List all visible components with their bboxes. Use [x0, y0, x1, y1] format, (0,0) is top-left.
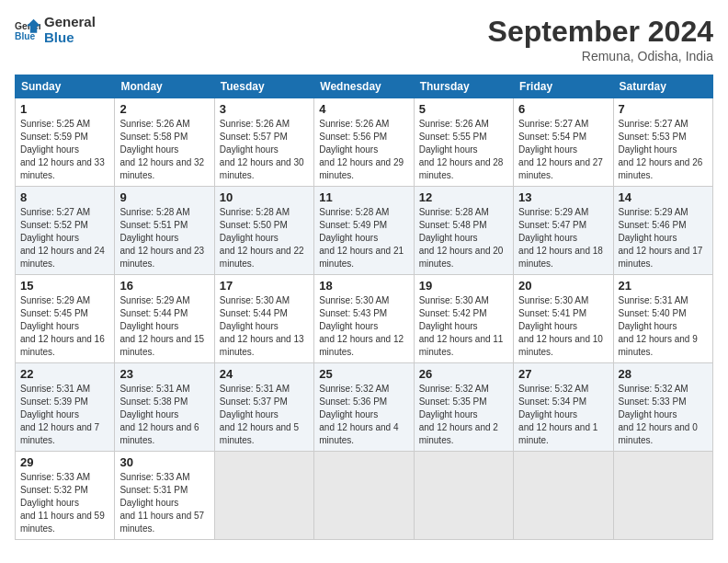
day-18: 18 Sunrise: 5:30 AM Sunset: 5:43 PM Dayl…: [314, 275, 414, 363]
empty-day: [214, 452, 313, 540]
day-10: 10 Sunrise: 5:28 AM Sunset: 5:50 PM Dayl…: [214, 187, 313, 275]
day-info: Sunrise: 5:32 AM Sunset: 5:35 PM Dayligh…: [419, 383, 508, 447]
empty-day: [514, 452, 613, 540]
day-info: Sunrise: 5:28 AM Sunset: 5:51 PM Dayligh…: [119, 206, 209, 270]
logo-text: General Blue: [44, 15, 96, 45]
day-9: 9 Sunrise: 5:28 AM Sunset: 5:51 PM Dayli…: [115, 187, 214, 275]
day-number: 1: [20, 102, 109, 116]
day-30: 30 Sunrise: 5:33 AM Sunset: 5:31 PM Dayl…: [115, 452, 214, 540]
day-23: 23 Sunrise: 5:31 AM Sunset: 5:38 PM Dayl…: [115, 363, 214, 452]
page-header: General Blue General Blue September 2024…: [15, 15, 713, 63]
day-17: 17 Sunrise: 5:30 AM Sunset: 5:44 PM Dayl…: [214, 275, 313, 363]
day-number: 28: [619, 367, 708, 381]
day-22: 22 Sunrise: 5:31 AM Sunset: 5:39 PM Dayl…: [16, 363, 115, 452]
empty-day: [314, 452, 414, 540]
day-25: 25 Sunrise: 5:32 AM Sunset: 5:36 PM Dayl…: [314, 363, 414, 452]
day-24: 24 Sunrise: 5:31 AM Sunset: 5:37 PM Dayl…: [214, 363, 313, 452]
day-info: Sunrise: 5:30 AM Sunset: 5:44 PM Dayligh…: [220, 294, 309, 359]
day-number: 7: [619, 102, 708, 116]
day-29: 29 Sunrise: 5:33 AM Sunset: 5:32 PM Dayl…: [16, 452, 115, 540]
calendar-header-row: Sunday Monday Tuesday Wednesday Thursday…: [16, 75, 713, 98]
day-number: 6: [518, 102, 608, 116]
day-info: Sunrise: 5:27 AM Sunset: 5:54 PM Dayligh…: [518, 118, 608, 182]
day-6: 6 Sunrise: 5:27 AM Sunset: 5:54 PM Dayli…: [514, 98, 613, 187]
day-8: 8 Sunrise: 5:27 AM Sunset: 5:52 PM Dayli…: [16, 187, 115, 275]
day-19: 19 Sunrise: 5:30 AM Sunset: 5:42 PM Dayl…: [414, 275, 513, 363]
day-number: 18: [319, 279, 408, 293]
day-number: 23: [119, 367, 209, 381]
day-info: Sunrise: 5:28 AM Sunset: 5:48 PM Dayligh…: [419, 206, 508, 270]
day-number: 5: [419, 102, 508, 116]
day-number: 15: [20, 279, 109, 293]
day-13: 13 Sunrise: 5:29 AM Sunset: 5:47 PM Dayl…: [514, 187, 613, 275]
day-info: Sunrise: 5:25 AM Sunset: 5:59 PM Dayligh…: [20, 118, 109, 182]
day-2: 2 Sunrise: 5:26 AM Sunset: 5:58 PM Dayli…: [115, 98, 214, 187]
day-number: 12: [419, 190, 508, 204]
day-4: 4 Sunrise: 5:26 AM Sunset: 5:56 PM Dayli…: [314, 98, 414, 187]
day-info: Sunrise: 5:26 AM Sunset: 5:57 PM Dayligh…: [220, 118, 309, 182]
day-info: Sunrise: 5:30 AM Sunset: 5:41 PM Dayligh…: [518, 294, 608, 359]
logo: General Blue General Blue: [15, 15, 96, 45]
day-info: Sunrise: 5:32 AM Sunset: 5:33 PM Dayligh…: [619, 383, 708, 447]
location: Remuna, Odisha, India: [488, 49, 713, 63]
day-info: Sunrise: 5:29 AM Sunset: 5:46 PM Dayligh…: [619, 206, 708, 270]
day-7: 7 Sunrise: 5:27 AM Sunset: 5:53 PM Dayli…: [613, 98, 712, 187]
day-number: 29: [20, 455, 109, 469]
col-thursday: Thursday: [414, 75, 513, 98]
day-number: 22: [20, 367, 109, 381]
day-info: Sunrise: 5:31 AM Sunset: 5:38 PM Dayligh…: [119, 383, 209, 447]
day-info: Sunrise: 5:29 AM Sunset: 5:44 PM Dayligh…: [119, 294, 209, 359]
day-number: 2: [119, 102, 209, 116]
day-3: 3 Sunrise: 5:26 AM Sunset: 5:57 PM Dayli…: [214, 98, 313, 187]
day-number: 21: [619, 279, 708, 293]
day-12: 12 Sunrise: 5:28 AM Sunset: 5:48 PM Dayl…: [414, 187, 513, 275]
logo-icon: General Blue: [15, 17, 40, 43]
day-info: Sunrise: 5:33 AM Sunset: 5:32 PM Dayligh…: [20, 471, 109, 535]
day-number: 4: [319, 102, 408, 116]
day-27: 27 Sunrise: 5:32 AM Sunset: 5:34 PM Dayl…: [514, 363, 613, 452]
day-15: 15 Sunrise: 5:29 AM Sunset: 5:45 PM Dayl…: [16, 275, 115, 363]
week-row-5: 29 Sunrise: 5:33 AM Sunset: 5:32 PM Dayl…: [16, 452, 713, 540]
col-wednesday: Wednesday: [314, 75, 414, 98]
day-21: 21 Sunrise: 5:31 AM Sunset: 5:40 PM Dayl…: [613, 275, 712, 363]
day-number: 25: [319, 367, 408, 381]
week-row-4: 22 Sunrise: 5:31 AM Sunset: 5:39 PM Dayl…: [16, 363, 713, 452]
day-info: Sunrise: 5:28 AM Sunset: 5:50 PM Dayligh…: [220, 206, 309, 270]
day-info: Sunrise: 5:28 AM Sunset: 5:49 PM Dayligh…: [319, 206, 408, 270]
day-number: 8: [20, 190, 109, 204]
day-number: 19: [419, 279, 508, 293]
col-monday: Monday: [115, 75, 214, 98]
day-5: 5 Sunrise: 5:26 AM Sunset: 5:55 PM Dayli…: [414, 98, 513, 187]
day-info: Sunrise: 5:26 AM Sunset: 5:56 PM Dayligh…: [319, 118, 408, 182]
day-number: 24: [220, 367, 309, 381]
day-info: Sunrise: 5:26 AM Sunset: 5:55 PM Dayligh…: [419, 118, 508, 182]
day-1: 1 Sunrise: 5:25 AM Sunset: 5:59 PM Dayli…: [16, 98, 115, 187]
day-number: 16: [119, 279, 209, 293]
day-info: Sunrise: 5:31 AM Sunset: 5:39 PM Dayligh…: [20, 383, 109, 447]
day-info: Sunrise: 5:29 AM Sunset: 5:47 PM Dayligh…: [518, 206, 608, 270]
day-number: 13: [518, 190, 608, 204]
day-info: Sunrise: 5:30 AM Sunset: 5:43 PM Dayligh…: [319, 294, 408, 359]
day-info: Sunrise: 5:31 AM Sunset: 5:37 PM Dayligh…: [220, 383, 309, 447]
day-11: 11 Sunrise: 5:28 AM Sunset: 5:49 PM Dayl…: [314, 187, 414, 275]
day-info: Sunrise: 5:30 AM Sunset: 5:42 PM Dayligh…: [419, 294, 508, 359]
col-friday: Friday: [514, 75, 613, 98]
day-number: 9: [119, 190, 209, 204]
day-number: 3: [220, 102, 309, 116]
day-16: 16 Sunrise: 5:29 AM Sunset: 5:44 PM Dayl…: [115, 275, 214, 363]
day-26: 26 Sunrise: 5:32 AM Sunset: 5:35 PM Dayl…: [414, 363, 513, 452]
week-row-3: 15 Sunrise: 5:29 AM Sunset: 5:45 PM Dayl…: [16, 275, 713, 363]
title-block: September 2024 Remuna, Odisha, India: [488, 15, 713, 63]
day-info: Sunrise: 5:27 AM Sunset: 5:52 PM Dayligh…: [20, 206, 109, 270]
day-number: 20: [518, 279, 608, 293]
day-14: 14 Sunrise: 5:29 AM Sunset: 5:46 PM Dayl…: [613, 187, 712, 275]
week-row-2: 8 Sunrise: 5:27 AM Sunset: 5:52 PM Dayli…: [16, 187, 713, 275]
day-info: Sunrise: 5:31 AM Sunset: 5:40 PM Dayligh…: [619, 294, 708, 359]
week-row-1: 1 Sunrise: 5:25 AM Sunset: 5:59 PM Dayli…: [16, 98, 713, 187]
day-info: Sunrise: 5:32 AM Sunset: 5:34 PM Dayligh…: [518, 383, 608, 447]
day-number: 10: [220, 190, 309, 204]
day-number: 27: [518, 367, 608, 381]
day-info: Sunrise: 5:32 AM Sunset: 5:36 PM Dayligh…: [319, 383, 408, 447]
day-20: 20 Sunrise: 5:30 AM Sunset: 5:41 PM Dayl…: [514, 275, 613, 363]
month-title: September 2024: [488, 15, 713, 49]
